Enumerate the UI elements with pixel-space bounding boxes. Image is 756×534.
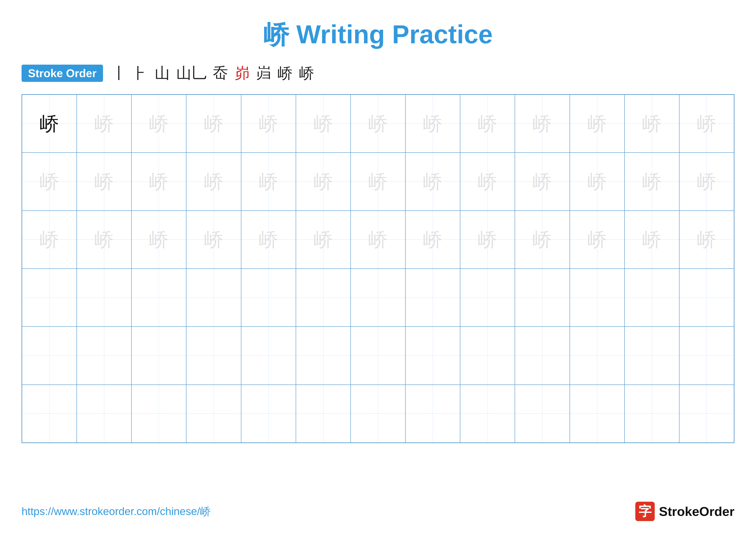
grid-cell[interactable]: 峤: [296, 211, 351, 268]
grid-cell[interactable]: [679, 268, 734, 327]
grid-cell[interactable]: 峤: [405, 211, 460, 268]
footer-logo: 字 StrokeOrder: [635, 502, 735, 521]
grid-cell[interactable]: 峤: [679, 94, 734, 153]
grid-cell[interactable]: [515, 327, 570, 385]
grid-cell[interactable]: 峤: [515, 153, 570, 211]
grid-cell[interactable]: [405, 385, 460, 443]
grid-cell[interactable]: [405, 268, 460, 327]
grid-cell[interactable]: [515, 385, 570, 443]
grid-cell[interactable]: [186, 327, 241, 385]
grid-cell[interactable]: 峤: [77, 94, 131, 153]
practice-char: 峤: [40, 168, 59, 195]
grid-cell[interactable]: 峤: [22, 211, 77, 268]
practice-char: 峤: [697, 226, 716, 253]
grid-cell[interactable]: 峤: [296, 94, 351, 153]
grid-cell[interactable]: 峤: [77, 153, 131, 211]
grid-cell[interactable]: 峤: [241, 153, 296, 211]
grid-cell[interactable]: [405, 327, 460, 385]
grid-cell[interactable]: [186, 385, 241, 443]
grid-cell[interactable]: [351, 327, 405, 385]
grid-cell[interactable]: 峤: [351, 94, 405, 153]
grid-cell[interactable]: 峤: [515, 94, 570, 153]
footer-url[interactable]: https://www.strokeorder.com/chinese/峤: [21, 504, 211, 519]
grid-cell[interactable]: 峤: [22, 153, 77, 211]
grid-cell[interactable]: [515, 268, 570, 327]
grid-cell[interactable]: [460, 268, 515, 327]
practice-char: 峤: [642, 168, 662, 195]
grid-cell[interactable]: [570, 327, 625, 385]
grid-cell[interactable]: 峤: [241, 211, 296, 268]
grid-cell[interactable]: [131, 385, 186, 443]
stroke-step-2: ⺊: [133, 63, 148, 83]
grid-cell[interactable]: [241, 327, 296, 385]
grid-cell[interactable]: 峤: [625, 211, 679, 268]
grid-cell[interactable]: 峤: [22, 94, 77, 153]
stroke-step-5: 岙: [213, 63, 228, 83]
grid-cell[interactable]: [351, 268, 405, 327]
grid-cell[interactable]: [131, 327, 186, 385]
grid-cell[interactable]: 峤: [570, 211, 625, 268]
grid-cell[interactable]: 峤: [351, 153, 405, 211]
grid-cell[interactable]: 峤: [186, 211, 241, 268]
grid-cell[interactable]: [625, 327, 679, 385]
grid-cell[interactable]: [570, 268, 625, 327]
grid-cell[interactable]: [679, 385, 734, 443]
grid-cell[interactable]: [351, 385, 405, 443]
grid-cell[interactable]: 峤: [460, 153, 515, 211]
grid-cell[interactable]: [460, 385, 515, 443]
grid-cell[interactable]: [77, 268, 131, 327]
grid-cell[interactable]: [460, 327, 515, 385]
practice-char: 峤: [642, 226, 662, 253]
practice-char: 峤: [478, 111, 497, 137]
practice-char: 峤: [94, 111, 114, 137]
grid-cell[interactable]: 峤: [241, 94, 296, 153]
grid-cell[interactable]: [186, 268, 241, 327]
grid-cell[interactable]: 峤: [515, 211, 570, 268]
grid-cell[interactable]: 峤: [625, 153, 679, 211]
practice-char: 峤: [204, 226, 224, 253]
grid-cell[interactable]: [679, 327, 734, 385]
grid-cell[interactable]: 峤: [296, 153, 351, 211]
grid-cell[interactable]: 峤: [131, 211, 186, 268]
title-char: 峤: [263, 20, 289, 49]
grid-cell[interactable]: 峤: [570, 94, 625, 153]
grid-cell[interactable]: 峤: [186, 94, 241, 153]
grid-cell[interactable]: [625, 268, 679, 327]
grid-cell[interactable]: 峤: [186, 153, 241, 211]
grid-cell[interactable]: 峤: [625, 94, 679, 153]
grid-cell[interactable]: 峤: [405, 153, 460, 211]
grid-cell[interactable]: 峤: [679, 153, 734, 211]
grid-cell[interactable]: 峤: [460, 211, 515, 268]
grid-cell[interactable]: [296, 268, 351, 327]
stroke-step-1: 丨: [112, 63, 127, 83]
grid-cell[interactable]: 峤: [131, 94, 186, 153]
grid-cell[interactable]: 峤: [131, 153, 186, 211]
practice-char: 峤: [642, 111, 662, 137]
grid-cell[interactable]: [22, 327, 77, 385]
grid-cell[interactable]: [296, 385, 351, 443]
grid-cell[interactable]: 峤: [405, 94, 460, 153]
grid-cell[interactable]: [22, 385, 77, 443]
grid-cell[interactable]: [241, 385, 296, 443]
grid-cell[interactable]: [241, 268, 296, 327]
stroke-step-7: 岿: [256, 63, 271, 83]
grid-cell[interactable]: 峤: [570, 153, 625, 211]
grid-cell[interactable]: [296, 327, 351, 385]
practice-char: 峤: [532, 168, 552, 195]
grid-cell[interactable]: 峤: [77, 211, 131, 268]
practice-char: 峤: [149, 226, 169, 253]
grid-cell[interactable]: [570, 385, 625, 443]
grid-cell[interactable]: 峤: [351, 211, 405, 268]
practice-char: 峤: [587, 111, 607, 137]
practice-char: 峤: [40, 226, 59, 253]
grid-cell[interactable]: [131, 268, 186, 327]
grid-cell[interactable]: [22, 268, 77, 327]
grid-cell[interactable]: 峤: [460, 94, 515, 153]
footer: https://www.strokeorder.com/chinese/峤 字 …: [21, 502, 735, 521]
stroke-steps: 丨 ⺊ 山 山⺃ 岙 峁 岿 峤 峤: [112, 63, 314, 83]
grid-cell[interactable]: [625, 385, 679, 443]
stroke-step-4: 山⺃: [176, 63, 206, 83]
grid-cell[interactable]: [77, 385, 131, 443]
grid-cell[interactable]: [77, 327, 131, 385]
grid-cell[interactable]: 峤: [679, 211, 734, 268]
